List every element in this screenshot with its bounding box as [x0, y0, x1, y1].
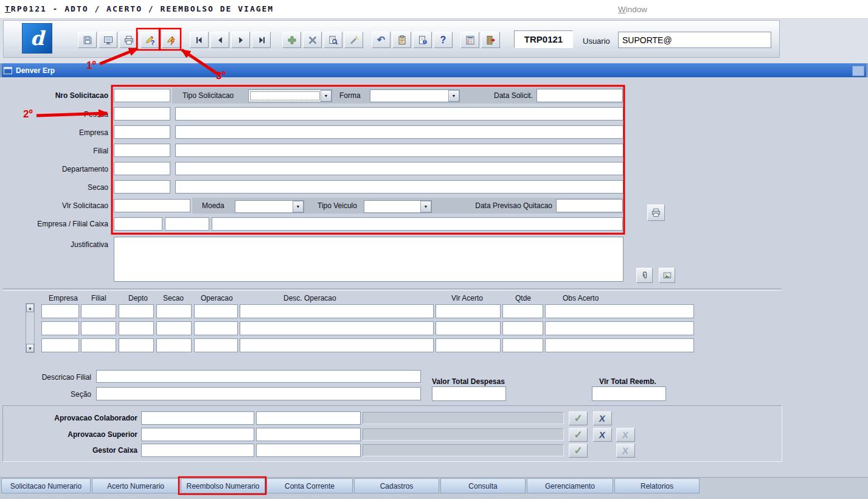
menu-item-window[interactable]: Window [618, 5, 647, 14]
aprovacao-superior-input2[interactable] [256, 428, 361, 441]
empresa-desc-input[interactable] [175, 125, 623, 139]
grid-cell-depto[interactable] [119, 321, 154, 335]
scroll-up-button[interactable]: ▲ [26, 304, 34, 312]
aprovacao-colaborador-input2[interactable] [256, 411, 361, 425]
screen-button[interactable] [99, 32, 117, 48]
gestor-caixa-approve-button[interactable]: ✓ [569, 444, 588, 458]
forma-select[interactable]: ▼ [370, 89, 460, 102]
clipboard-button[interactable] [392, 32, 411, 48]
grid-cell-operacao[interactable] [194, 321, 238, 335]
secao-code-input[interactable] [114, 180, 170, 194]
caixa-desc-input[interactable] [212, 217, 623, 231]
grid-cell-operacao[interactable] [194, 304, 238, 318]
grid-cell-qtde[interactable] [502, 338, 543, 352]
insert-record-button[interactable] [282, 32, 301, 48]
aprovacao-superior-reject-button[interactable]: X [593, 428, 612, 442]
scroll-down-button[interactable]: ▼ [26, 344, 34, 352]
tab-gerenciamento[interactable]: Gerenciamento [527, 478, 613, 494]
attachment-button[interactable] [636, 268, 653, 283]
filial-code-input[interactable] [114, 144, 170, 157]
tipo-veiculo-select[interactable]: ▼ [364, 200, 432, 213]
tab-conta-corrente[interactable]: Conta Corrente [266, 478, 353, 494]
grid-cell-empresa[interactable] [41, 304, 79, 318]
grid-cell-vlr-acerto[interactable] [436, 304, 501, 318]
grid-cell-obs-acerto[interactable] [545, 304, 694, 318]
grid-cell-obs-acerto[interactable] [545, 338, 694, 352]
form-info-button[interactable]: i [413, 32, 432, 48]
grid-cell-filial[interactable] [81, 321, 116, 335]
chevron-down-icon[interactable]: ▼ [420, 201, 431, 212]
execute-query-button[interactable] [162, 32, 181, 48]
tab-reembolso-numerario[interactable]: Reembolso Numerario [181, 478, 265, 494]
nro-solicitacao-input[interactable] [114, 89, 170, 102]
data-previsao-quitacao-input[interactable] [556, 199, 623, 212]
delete-record-button[interactable] [303, 32, 322, 48]
last-record-button[interactable] [252, 32, 271, 48]
grid-cell-desc-operacao[interactable] [240, 304, 434, 318]
previous-record-button[interactable] [210, 32, 229, 48]
tab-acerto-numerario[interactable]: Acerto Numerario [92, 478, 179, 494]
descricao-filial-input[interactable] [96, 370, 421, 383]
filial-desc-input[interactable] [175, 144, 623, 157]
valor-total-despesas-input[interactable] [432, 386, 506, 401]
grid-cell-obs-acerto[interactable] [545, 321, 694, 335]
enter-query-button[interactable]: ? [141, 32, 159, 48]
moeda-select[interactable]: ▼ [235, 200, 304, 213]
grid-cell-qtde[interactable] [502, 321, 543, 335]
tab-relatorios[interactable]: Relatorios [614, 478, 700, 494]
filial-caixa-input[interactable] [165, 217, 209, 231]
undo-button[interactable]: ↶ [372, 32, 391, 48]
grid-cell-secao[interactable] [156, 321, 192, 335]
chevron-down-icon[interactable]: ▼ [293, 201, 304, 212]
justificativa-textarea[interactable] [114, 237, 623, 282]
menu-button[interactable] [460, 32, 479, 48]
first-record-button[interactable] [190, 32, 209, 48]
grid-cell-empresa[interactable] [41, 338, 79, 352]
grid-cell-empresa[interactable] [41, 321, 79, 335]
vlr-solicitacao-input[interactable] [114, 199, 190, 212]
grid-cell-depto[interactable] [119, 338, 154, 352]
secao-footer-input[interactable] [96, 387, 421, 400]
departamento-code-input[interactable] [114, 162, 170, 175]
pessoa-code-input[interactable] [114, 107, 170, 120]
pessoa-desc-input[interactable] [175, 107, 623, 120]
query-form-button[interactable] [324, 32, 342, 48]
grid-cell-filial[interactable] [81, 304, 116, 318]
aprovacao-colaborador-input1[interactable] [141, 411, 254, 425]
tipo-solicitacao-select[interactable]: ▼ [248, 89, 332, 102]
gestor-caixa-input2[interactable] [256, 444, 361, 457]
grid-scrollbar[interactable]: ▲ ▼ [26, 303, 35, 353]
grid-cell-operacao[interactable] [194, 338, 238, 352]
save-button[interactable] [78, 32, 97, 48]
aprovacao-superior-approve-button[interactable]: ✓ [569, 428, 588, 442]
aprovacao-superior-cancel-button[interactable]: X [616, 428, 635, 442]
tab-cadastros[interactable]: Cadastros [354, 478, 439, 494]
chevron-down-icon[interactable]: ▼ [448, 90, 459, 102]
departamento-desc-input[interactable] [175, 162, 623, 175]
help-button[interactable]: ? [434, 32, 453, 48]
grid-cell-secao[interactable] [156, 304, 192, 318]
grid-cell-desc-operacao[interactable] [240, 338, 434, 352]
empresa-caixa-input[interactable] [114, 217, 162, 231]
grid-cell-desc-operacao[interactable] [240, 321, 434, 335]
grid-cell-secao[interactable] [156, 338, 192, 352]
user-input[interactable] [618, 32, 771, 48]
next-record-button[interactable] [231, 32, 250, 48]
gestor-caixa-cancel-button[interactable]: X [616, 444, 635, 458]
grid-cell-filial[interactable] [81, 338, 116, 352]
grid-cell-depto[interactable] [119, 304, 154, 318]
vlr-total-reemb-input[interactable] [592, 386, 666, 401]
caption-right-button[interactable] [852, 66, 864, 76]
clear-form-button[interactable] [344, 32, 363, 48]
image-button[interactable] [659, 268, 675, 283]
aprovacao-colaborador-reject-button[interactable]: X [593, 411, 612, 425]
secao-desc-input[interactable] [175, 180, 623, 194]
chevron-down-icon[interactable]: ▼ [321, 90, 332, 102]
aprovacao-superior-input1[interactable] [141, 428, 254, 441]
aprovacao-colaborador-approve-button[interactable]: ✓ [569, 411, 588, 425]
exit-button[interactable] [481, 32, 500, 48]
grid-cell-vlr-acerto[interactable] [436, 321, 501, 335]
print-report-button[interactable] [647, 204, 665, 221]
empresa-code-input[interactable] [114, 125, 170, 139]
tab-consulta[interactable]: Consulta [440, 478, 526, 494]
